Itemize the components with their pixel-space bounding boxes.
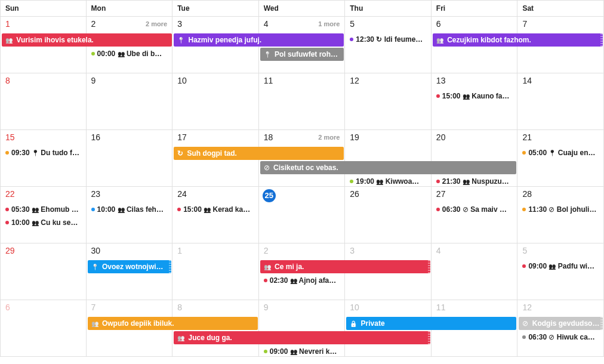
event-item[interactable]: 05:30 Ehomub … — [1, 203, 86, 215]
event-time: 12:30 — [356, 35, 376, 44]
event-item[interactable]: 10:00 Cilas feh… — [87, 203, 172, 215]
ban-b-icon — [463, 205, 469, 214]
day-cell[interactable]: 25 — [259, 187, 346, 243]
day-cell[interactable]: 1919:00 Kiwwoa… — [345, 130, 432, 187]
event-bar[interactable]: Owpufo depiik ibiluk. — [88, 317, 258, 330]
event-bar[interactable]: Ovoez wotnojwi… — [88, 260, 172, 273]
event-title: Kerad ka… — [211, 205, 250, 214]
day-cell[interactable]: 509:00 Padfu wi… — [517, 243, 604, 300]
day-cell[interactable]: 1 — [172, 243, 259, 300]
day-cell[interactable]: 1509:30 Du tudo f… — [0, 130, 87, 187]
more-indicator[interactable]: 1 more — [318, 20, 340, 27]
day-cell[interactable]: 26 — [345, 187, 432, 243]
event-item[interactable]: 19:00 Kiwwoa… — [345, 175, 431, 187]
day-cell[interactable]: 6 Cezujkim kibdot fazhom. — [432, 17, 518, 73]
day-cell[interactable]: 2415:00 Kerad ka… — [172, 187, 259, 243]
event-item[interactable]: 21:30 Nuspuzu… — [432, 175, 517, 187]
day-cell[interactable]: 1 Vurisim ihovis etukela. — [0, 17, 87, 73]
people-b-icon — [290, 276, 297, 285]
day-cell[interactable]: 6 — [0, 300, 87, 357]
event-bar[interactable]: Pol sufuwfet roh… — [260, 48, 344, 61]
event-bar-title: Ovoez wotnojwi… — [100, 263, 164, 271]
day-cell[interactable]: 16 — [87, 130, 173, 187]
day-cell[interactable]: 29 — [0, 243, 87, 300]
day-cell[interactable]: 9 — [87, 73, 173, 130]
event-bar-title: Kodgis gevdudso… — [530, 319, 599, 328]
day-number: 6 — [436, 19, 441, 29]
event-title: Cu ku se… — [39, 218, 78, 227]
day-cell[interactable]: 11 — [259, 73, 346, 130]
event-dot — [522, 208, 526, 211]
event-dot — [436, 94, 440, 98]
event-bar[interactable]: Hazmiv penedja jufuj. — [174, 33, 344, 47]
day-number: 1 — [5, 19, 10, 29]
day-cell[interactable]: 1315:00 Kauno fa… — [432, 73, 518, 130]
people-b-icon — [463, 92, 470, 100]
more-indicator[interactable]: 2 more — [146, 20, 167, 27]
event-item[interactable]: 10:00 Cu ku se… — [1, 217, 86, 229]
event-title: Bol johuli… — [554, 205, 596, 214]
day-number: 24 — [177, 189, 187, 199]
day-cell[interactable]: 909:00 Nevreri k… — [259, 300, 346, 357]
day-cell[interactable]: 2105:00 Cuaju en… — [517, 130, 604, 187]
event-item[interactable]: 06:30 Sa maiv … — [432, 203, 517, 215]
event-time: 10:00 — [97, 205, 118, 214]
event-item[interactable]: 00:00 Ube di b… — [87, 48, 172, 60]
day-cell[interactable]: 7 Owpufo depiik ibiluk. — [87, 300, 173, 357]
day-cell[interactable]: 8 — [0, 73, 87, 130]
more-indicator[interactable]: 2 more — [318, 134, 340, 141]
event-bar[interactable]: Suh dogpi tad. — [174, 147, 344, 160]
event-item[interactable]: 12:30 Idi feume… — [345, 33, 431, 45]
day-number: 3 — [350, 246, 355, 255]
day-cell[interactable]: 2811:30 Bol johuli… — [517, 187, 604, 243]
day-cell[interactable]: 12 — [345, 73, 432, 130]
day-cell[interactable]: 10 — [172, 73, 259, 130]
event-bar[interactable]: Cisiketut oc vebas. — [260, 161, 517, 174]
event-bar-title: Cezujkim kibdot fazhom. — [445, 36, 531, 44]
day-cell[interactable]: 12 Kodgis gevdudso…06:30 Hiwuk ca… — [517, 300, 604, 357]
day-number: 6 — [5, 303, 10, 312]
event-item[interactable]: 09:30 Du tudo f… — [1, 147, 86, 159]
day-cell[interactable]: 2310:00 Cilas feh… — [87, 187, 173, 243]
event-bar[interactable]: Vurisim ihovis etukela. — [2, 33, 172, 47]
event-bar[interactable]: Private — [346, 317, 516, 330]
event-time: 09:00 — [528, 262, 548, 270]
day-cell[interactable]: 2205:30 Ehomub …10:00 Cu ku se… — [0, 187, 87, 243]
day-cell[interactable]: 3 Hazmiv penedja jufuj. — [172, 17, 259, 73]
day-cell[interactable]: 2 Ce mi ja.02:30 Ajnoj afa… — [259, 243, 346, 300]
event-item[interactable]: 02:30 Ajnoj afa… — [259, 274, 345, 286]
event-bar[interactable]: Ce mi ja. — [260, 260, 430, 273]
event-title: Hiwuk ca… — [554, 333, 594, 341]
event-item[interactable]: 11:30 Bol johuli… — [517, 203, 603, 215]
day-number: 23 — [91, 189, 101, 199]
event-item[interactable]: 15:00 Kauno fa… — [432, 90, 517, 102]
day-cell[interactable]: 2706:30 Sa maiv … — [432, 187, 518, 243]
event-time: 10:00 — [11, 218, 32, 227]
event-bar[interactable]: Cezujkim kibdot fazhom. — [433, 33, 603, 47]
event-item[interactable]: 15:00 Kerad ka… — [172, 203, 258, 215]
day-number: 26 — [350, 189, 359, 199]
event-dot — [5, 221, 9, 224]
day-number: 5 — [350, 19, 355, 29]
event-bar-title: Owpufo depiik ibiluk. — [100, 319, 174, 328]
day-cell[interactable]: 4 — [432, 243, 518, 300]
event-item[interactable]: 06:30 Hiwuk ca… — [517, 331, 603, 343]
day-number: 2 — [264, 246, 269, 255]
event-bar[interactable]: Kodgis gevdudso… — [519, 317, 603, 330]
people-b-icon — [376, 177, 383, 186]
day-cell[interactable]: 30 Ovoez wotnojwi… — [87, 243, 173, 300]
event-item[interactable]: 05:00 Cuaju en… — [517, 147, 603, 159]
people-b-icon — [290, 347, 297, 356]
event-bar[interactable]: Juce dug ga. — [174, 331, 430, 344]
day-cell[interactable]: 10 Private — [345, 300, 432, 357]
day-cell[interactable]: 14 — [517, 73, 604, 130]
event-item[interactable]: 09:00 Padfu wi… — [517, 260, 603, 272]
day-cell[interactable]: 2021:30 Nuspuzu… — [432, 130, 518, 187]
day-cell[interactable]: 512:30 Idi feume… — [345, 17, 432, 73]
day-cell[interactable]: 17 Suh dogpi tad. — [172, 130, 259, 187]
event-item[interactable]: 09:00 Nevreri k… — [259, 346, 345, 357]
people-b-icon — [548, 262, 556, 270]
event-bar-title: Juce dug ga. — [186, 334, 232, 342]
people-b-icon — [32, 218, 39, 227]
people-icon — [91, 320, 98, 327]
